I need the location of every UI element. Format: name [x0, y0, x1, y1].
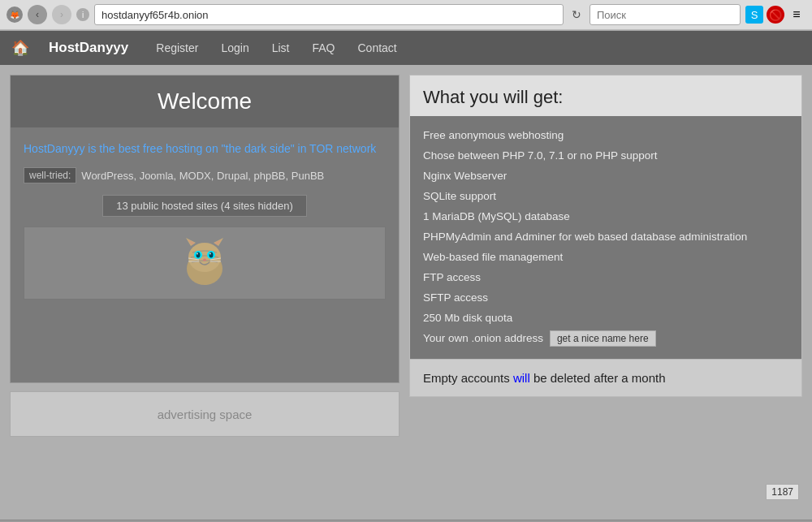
- feature-7: Web-based file management: [423, 248, 788, 268]
- feature-5: 1 MariaDB (MySQL) database: [423, 207, 788, 227]
- feature-3: Nginx Webserver: [423, 166, 788, 187]
- feature-1: Free anonymous webhosting: [423, 126, 788, 146]
- home-icon[interactable]: 🏠: [6, 32, 34, 63]
- address-bar[interactable]: [94, 4, 564, 25]
- hosted-sites-badge: 13 public hosted sites (4 sites hidden): [102, 195, 307, 217]
- empty-notice-text-2: be deleted after a month: [530, 371, 666, 385]
- nav-bar: 🏠 HostDanyyy Register Login List FAQ Con…: [0, 31, 812, 65]
- feature-9: SFTP access: [423, 288, 788, 308]
- nav-contact[interactable]: Contact: [346, 31, 408, 65]
- svg-point-11: [209, 253, 211, 255]
- advertising-text: advertising space: [158, 408, 253, 421]
- feature-8: FTP access: [423, 268, 788, 288]
- nav-list[interactable]: List: [261, 31, 301, 65]
- browser-menu-icon[interactable]: 🦊: [6, 6, 23, 23]
- welcome-title: Welcome: [11, 75, 399, 127]
- svg-point-10: [197, 253, 198, 255]
- back-button[interactable]: ‹: [28, 5, 47, 24]
- svg-point-9: [209, 252, 214, 258]
- stop-icon[interactable]: 🚫: [767, 6, 784, 24]
- search-input[interactable]: [590, 4, 741, 25]
- left-column: Welcome HostDanyyy is the best free host…: [10, 75, 400, 437]
- refresh-button[interactable]: ↻: [568, 6, 585, 23]
- what-title: What you will get:: [410, 75, 801, 116]
- right-column: What you will get: Free anonymous webhos…: [409, 75, 802, 437]
- feature-4: SQLite support: [423, 187, 788, 207]
- feature-6: PHPMyAdmin and Adminer for web based dat…: [423, 227, 788, 248]
- feature-10: 250 Mb disk quota: [423, 308, 788, 329]
- empty-notice-text-1: Empty accounts: [423, 371, 513, 385]
- what-box: What you will get: Free anonymous webhos…: [409, 75, 802, 397]
- feature-11: Your own .onion address get a nice name …: [423, 329, 788, 349]
- feature-2: Chose between PHP 7.0, 7.1 or no PHP sup…: [423, 146, 788, 166]
- welcome-box: Welcome HostDanyyy is the best free host…: [10, 75, 400, 383]
- empty-accounts-notice: Empty accounts will be deleted after a m…: [410, 359, 801, 396]
- info-icon: i: [76, 8, 89, 21]
- counter-badge: 1187: [766, 484, 799, 500]
- svg-point-8: [197, 252, 201, 258]
- nav-faq[interactable]: FAQ: [300, 31, 346, 65]
- nav-login[interactable]: Login: [209, 31, 260, 65]
- cat-svg: [176, 235, 233, 291]
- well-tried-badge: well-tried:: [24, 167, 76, 183]
- features-list: Free anonymous webhosting Chose between …: [410, 116, 801, 359]
- cat-image-area: [24, 226, 386, 300]
- well-tried-row: well-tried: WordPress, Joomla, MODX, Dru…: [11, 167, 399, 195]
- nav-brand[interactable]: HostDanyyy: [39, 40, 138, 56]
- skype-icon[interactable]: S: [745, 6, 763, 24]
- get-onion-name-button[interactable]: get a nice name here: [550, 330, 656, 347]
- welcome-text: HostDanyyy is the best free hosting on "…: [11, 140, 399, 167]
- hamburger-menu-button[interactable]: ≡: [788, 6, 806, 24]
- nav-register[interactable]: Register: [145, 31, 209, 65]
- advertising-box: advertising space: [10, 391, 400, 437]
- empty-notice-will: will: [513, 371, 530, 385]
- svg-point-12: [203, 259, 206, 261]
- well-tried-list: WordPress, Joomla, MODX, Drupal, phpBB, …: [81, 167, 324, 185]
- forward-button[interactable]: ›: [52, 5, 71, 24]
